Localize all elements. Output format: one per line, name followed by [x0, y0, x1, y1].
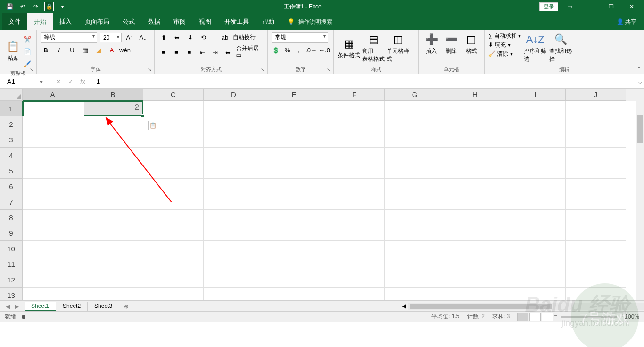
phonetic-button[interactable]: wén [120, 45, 130, 55]
comma-icon[interactable]: , [295, 45, 303, 55]
cell-I5[interactable] [505, 163, 566, 179]
ribbon-options-icon[interactable]: ▭ [560, 0, 579, 13]
cell-D13[interactable] [204, 288, 264, 300]
save-icon[interactable]: 💾 [5, 2, 14, 11]
cell-D7[interactable] [204, 194, 264, 210]
align-center-icon[interactable]: ≡ [171, 47, 181, 58]
maximize-icon[interactable]: ❐ [602, 0, 620, 13]
cell-I12[interactable] [505, 272, 566, 288]
collapse-ribbon-icon[interactable]: ⌃ [637, 66, 641, 72]
cell-E10[interactable] [264, 241, 324, 256]
cell-E9[interactable] [264, 225, 324, 241]
insert-cells-button[interactable]: ➕插入 [422, 32, 440, 55]
tab-file[interactable]: 文件 [2, 13, 27, 30]
cell-A3[interactable] [23, 132, 83, 148]
cell-style-button[interactable]: ◫单元格样式 [387, 32, 409, 63]
increase-decimal-icon[interactable]: .0→ [306, 45, 316, 55]
cell-C5[interactable] [143, 163, 204, 179]
select-all-corner[interactable] [0, 89, 23, 101]
percent-icon[interactable]: % [283, 45, 291, 55]
cell-I10[interactable] [505, 241, 566, 256]
cell-H6[interactable] [445, 179, 505, 194]
sheet-tab-sheet1[interactable]: Sheet1 [25, 302, 56, 311]
tab-layout[interactable]: 页面布局 [78, 13, 116, 30]
format-cells-button[interactable]: ◫格式 [462, 32, 480, 55]
shrink-font-icon[interactable]: A↓ [138, 33, 148, 43]
font-name-select[interactable]: 等线 [41, 32, 97, 43]
row-header-1[interactable]: 1 [0, 101, 23, 116]
cell-A9[interactable] [23, 225, 83, 241]
cell-G5[interactable] [385, 163, 445, 179]
cell-F8[interactable] [324, 210, 385, 225]
horizontal-scrollbar[interactable]: ◀ ▶ [408, 303, 644, 310]
cell-A2[interactable] [23, 116, 83, 132]
wrap-text-label[interactable]: 自动换行 [233, 33, 256, 41]
cell-J13[interactable] [566, 288, 626, 300]
cell-F4[interactable] [324, 148, 385, 163]
cell-E4[interactable] [264, 148, 324, 163]
cell-J3[interactable] [566, 132, 626, 148]
tab-data[interactable]: 数据 [141, 13, 167, 30]
cell-B10[interactable] [83, 241, 143, 256]
qat-customize-icon[interactable]: ▾ [58, 2, 67, 11]
formula-input[interactable]: 1 [91, 75, 636, 87]
clear-button[interactable]: 🧹 清除 ▾ [488, 50, 521, 58]
name-box[interactable]: A1 [3, 76, 46, 87]
cell-A11[interactable] [23, 256, 83, 272]
col-header-G[interactable]: G [385, 89, 445, 101]
zoom-slider[interactable] [561, 316, 617, 318]
dialog-launcher-icon[interactable]: ↘ [327, 67, 330, 72]
cell-F9[interactable] [324, 225, 385, 241]
cell-F7[interactable] [324, 194, 385, 210]
cell-C1[interactable] [143, 101, 204, 116]
row-header-3[interactable]: 3 [0, 132, 23, 148]
view-pagebreak-icon[interactable] [542, 313, 553, 321]
cell-D5[interactable] [204, 163, 264, 179]
cell-I3[interactable] [505, 132, 566, 148]
undo-icon[interactable]: ↶ [18, 2, 27, 11]
cell-H8[interactable] [445, 210, 505, 225]
view-pagelayout-icon[interactable] [529, 313, 541, 321]
cell-J2[interactable] [566, 116, 626, 132]
cell-C10[interactable] [143, 241, 204, 256]
cell-E2[interactable] [264, 116, 324, 132]
share-button[interactable]: 👤 共享 [617, 18, 636, 26]
align-middle-icon[interactable]: ⬌ [172, 32, 182, 42]
cell-D12[interactable] [204, 272, 264, 288]
cell-J9[interactable] [566, 225, 626, 241]
cell-E11[interactable] [264, 256, 324, 272]
cell-G7[interactable] [385, 194, 445, 210]
tab-home[interactable]: 开始 [27, 13, 53, 30]
cell-D1[interactable] [204, 101, 264, 116]
cell-C3[interactable] [143, 132, 204, 148]
cell-H11[interactable] [445, 256, 505, 272]
cell-A7[interactable] [23, 194, 83, 210]
cell-B9[interactable] [83, 225, 143, 241]
cell-C9[interactable] [143, 225, 204, 241]
orientation-icon[interactable]: ⟲ [198, 32, 208, 42]
copy-icon[interactable]: 📄 [22, 46, 33, 57]
cell-E5[interactable] [264, 163, 324, 179]
cell-F6[interactable] [324, 179, 385, 194]
cell-C11[interactable] [143, 256, 204, 272]
cell-H13[interactable] [445, 288, 505, 300]
decrease-decimal-icon[interactable]: ←.0 [319, 45, 330, 55]
merge-icon[interactable]: ⬌ [223, 47, 233, 58]
cell-F1[interactable] [324, 101, 385, 116]
row-header-9[interactable]: 9 [0, 225, 23, 241]
sheet-nav-next-icon[interactable]: ▶ [15, 303, 19, 310]
vertical-scrollbar[interactable] [636, 101, 644, 300]
cell-F10[interactable] [324, 241, 385, 256]
border-button[interactable]: ▦ [80, 45, 91, 55]
cell-D8[interactable] [204, 210, 264, 225]
cell-G10[interactable] [385, 241, 445, 256]
cell-I7[interactable] [505, 194, 566, 210]
cell-B12[interactable] [83, 272, 143, 288]
cell-H12[interactable] [445, 272, 505, 288]
cell-F3[interactable] [324, 132, 385, 148]
merge-label[interactable]: 合并后居中 [236, 44, 264, 60]
cell-E12[interactable] [264, 272, 324, 288]
cell-H4[interactable] [445, 148, 505, 163]
cell-I13[interactable] [505, 288, 566, 300]
cell-E13[interactable] [264, 288, 324, 300]
